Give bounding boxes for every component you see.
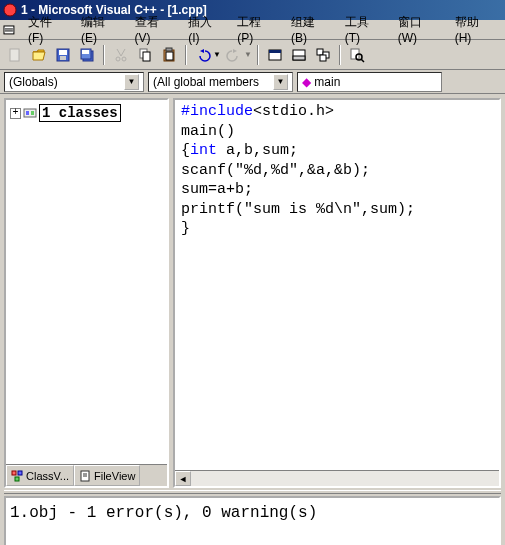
redo-button[interactable] (223, 44, 245, 66)
menu-tools[interactable]: 工具(T) (339, 12, 390, 47)
workspace-button[interactable] (264, 44, 286, 66)
menu-project[interactable]: 工程(P) (231, 12, 283, 47)
app-icon (3, 3, 17, 17)
window-list-button[interactable] (312, 44, 334, 66)
svg-rect-21 (293, 56, 305, 60)
main-area: + 1 classes ClassV... FileView #include<… (0, 94, 505, 490)
combo-bar: (Globals) ▼ (All global members ▼ ◆ main (0, 70, 505, 94)
paste-button[interactable] (158, 44, 180, 66)
classview-icon (11, 470, 23, 482)
svg-rect-29 (26, 111, 29, 115)
svg-rect-28 (24, 109, 36, 117)
tab-fileview-label: FileView (94, 470, 135, 482)
find-in-files-button[interactable] (346, 44, 368, 66)
svg-rect-7 (60, 56, 66, 60)
code-text: } (181, 220, 190, 237)
svg-rect-19 (269, 50, 281, 53)
tab-classview[interactable]: ClassV... (6, 465, 74, 486)
tree-root-item[interactable]: + 1 classes (10, 104, 163, 122)
code-text: a,b,sum; (217, 142, 298, 159)
output-button[interactable] (288, 44, 310, 66)
redo-dropdown-icon[interactable]: ▼ (244, 50, 252, 59)
code-text: <stdio.h> (253, 103, 334, 120)
menu-view[interactable]: 查看(V) (129, 12, 181, 47)
dropdown-icon[interactable]: ▼ (124, 74, 139, 90)
tab-fileview[interactable]: FileView (74, 465, 140, 486)
members-value: (All global members (153, 75, 259, 89)
code-keyword: int (190, 142, 217, 159)
svg-rect-16 (166, 52, 173, 60)
scope-combo[interactable]: (Globals) ▼ (4, 72, 144, 92)
menu-window[interactable]: 窗口(W) (392, 12, 447, 47)
output-text: 1.obj - 1 error(s), 0 warning(s) (10, 504, 495, 522)
toolbar-separator (185, 45, 187, 65)
tree-root-label: 1 classes (39, 104, 121, 122)
code-text: printf("sum is %d\n",sum); (181, 201, 415, 218)
svg-line-27 (361, 59, 364, 62)
toolbar-separator (339, 45, 341, 65)
class-tree[interactable]: + 1 classes (6, 100, 167, 464)
scroll-left-icon[interactable]: ◄ (175, 471, 191, 486)
classes-icon (23, 106, 37, 120)
save-all-button[interactable] (76, 44, 98, 66)
workspace-tabs: ClassV... FileView (6, 464, 167, 486)
svg-rect-30 (31, 111, 34, 115)
output-pane[interactable]: 1.obj - 1 error(s), 0 warning(s) (4, 496, 501, 545)
function-value: main (314, 75, 340, 89)
members-combo[interactable]: (All global members ▼ (148, 72, 293, 92)
code-text: main() (181, 123, 235, 140)
save-button[interactable] (52, 44, 74, 66)
mdi-sysmenu-icon[interactable] (2, 23, 16, 37)
code-text: scanf("%d,%d",&a,&b); (181, 162, 370, 179)
splitter-bar[interactable] (4, 490, 501, 494)
svg-rect-1 (4, 25, 14, 33)
undo-dropdown-icon[interactable]: ▼ (213, 50, 221, 59)
svg-rect-14 (143, 52, 150, 61)
svg-rect-24 (320, 55, 326, 61)
toolbar-separator (103, 45, 105, 65)
expand-icon[interactable]: + (10, 108, 21, 119)
svg-point-12 (122, 57, 126, 61)
code-keyword: #include (181, 103, 253, 120)
code-editor[interactable]: #include<stdio.h> main() {int a,b,sum; s… (175, 100, 499, 470)
svg-rect-22 (317, 49, 323, 55)
code-text: { (181, 142, 190, 159)
svg-rect-32 (18, 471, 22, 475)
dropdown-icon[interactable]: ▼ (273, 74, 288, 90)
scroll-track[interactable] (191, 471, 499, 486)
undo-button[interactable] (192, 44, 214, 66)
menu-insert[interactable]: 插入(I) (182, 12, 229, 47)
copy-button[interactable] (134, 44, 156, 66)
svg-point-11 (116, 57, 120, 61)
menu-file[interactable]: 文件(F) (22, 12, 73, 47)
new-button[interactable] (4, 44, 26, 66)
workspace-pane: + 1 classes ClassV... FileView (4, 98, 169, 488)
menu-help[interactable]: 帮助(H) (449, 12, 501, 47)
menu-build[interactable]: 组建(B) (285, 12, 337, 47)
toolbar-separator (257, 45, 259, 65)
menu-edit[interactable]: 编辑(E) (75, 12, 127, 47)
function-icon: ◆ (302, 75, 311, 89)
svg-rect-17 (166, 48, 172, 51)
svg-rect-31 (12, 471, 16, 475)
svg-rect-6 (59, 50, 67, 55)
menubar: 文件(F) 编辑(E) 查看(V) 插入(I) 工程(P) 组建(B) 工具(T… (0, 20, 505, 40)
scope-value: (Globals) (9, 75, 58, 89)
function-combo[interactable]: ◆ main (297, 72, 442, 92)
fileview-icon (79, 470, 91, 482)
svg-rect-4 (10, 49, 19, 61)
horizontal-scrollbar[interactable]: ◄ (175, 470, 499, 486)
cut-button[interactable] (110, 44, 132, 66)
open-button[interactable] (28, 44, 50, 66)
svg-rect-10 (82, 50, 89, 54)
code-text: sum=a+b; (181, 181, 253, 198)
svg-point-0 (4, 4, 16, 16)
tab-classview-label: ClassV... (26, 470, 69, 482)
svg-rect-33 (15, 477, 19, 481)
editor-pane: #include<stdio.h> main() {int a,b,sum; s… (173, 98, 501, 488)
